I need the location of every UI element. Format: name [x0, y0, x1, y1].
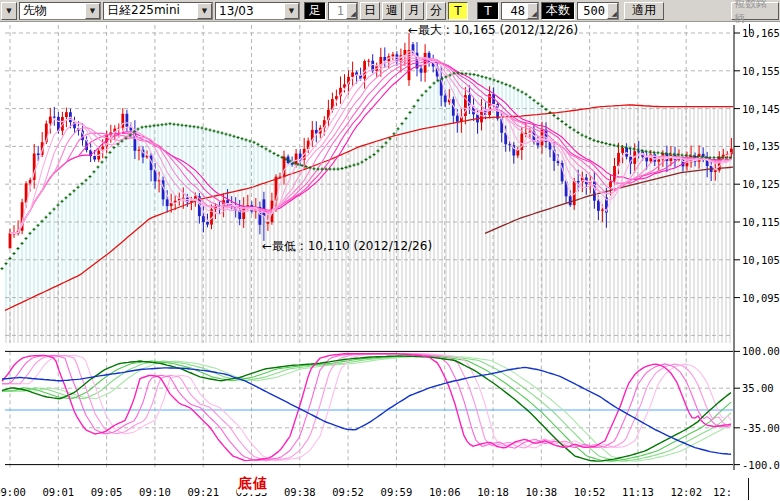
collapsed-combo-arrow-button[interactable]: ▼: [1, 2, 17, 20]
svg-text:11:13: 11:13: [622, 486, 654, 498]
interval-stepper[interactable]: 1 ◢: [328, 2, 358, 20]
contract-month-combobox[interactable]: 13/03 ▼: [215, 2, 300, 20]
svg-text:10:52: 10:52: [574, 486, 606, 498]
svg-text:09:05: 09:05: [91, 486, 123, 498]
chart-panel: 10,16510,15510,14510,13510,12510,11510,1…: [0, 0, 780, 501]
bar-count-value: 500: [578, 4, 607, 18]
svg-text:10,115: 10,115: [742, 216, 780, 228]
svg-text:35.00: 35.00: [742, 382, 774, 394]
price-chart-canvas: 10,16510,15510,14510,13510,12510,11510,1…: [0, 0, 780, 501]
period-week-button[interactable]: 週: [382, 2, 402, 20]
category-combobox-value: 先物: [20, 2, 85, 19]
svg-text:10,095: 10,095: [742, 292, 780, 304]
svg-text:10,125: 10,125: [742, 178, 780, 190]
svg-text:09:38: 09:38: [284, 486, 316, 498]
svg-text:09:10: 09:10: [139, 486, 171, 498]
svg-text:10,135: 10,135: [742, 140, 780, 152]
interval-value: 1: [329, 4, 346, 18]
svg-text:12:02: 12:02: [670, 486, 702, 498]
svg-text:10,145: 10,145: [742, 103, 780, 115]
svg-text:←最低 : 10,110 (2012/12/26): ←最低 : 10,110 (2012/12/26): [262, 239, 432, 253]
tick-size-stepper[interactable]: 48 ◢: [501, 2, 539, 20]
svg-text:-100.00: -100.00: [742, 459, 780, 471]
multi-symbol-button[interactable]: 複数銘柄: [731, 2, 779, 20]
toolbar: ▼ 先物 ▼ 日経225mini ▼ 13/03 ▼ 足 1 ◢ 日 週 月 分…: [0, 0, 780, 22]
svg-text:10:38: 10:38: [525, 486, 557, 498]
tick-size-button[interactable]: T: [477, 2, 499, 20]
symbol-combobox-value: 日経225mini: [104, 2, 197, 19]
chevron-down-icon[interactable]: ▼: [197, 3, 212, 19]
contract-month-value: 13/03: [216, 4, 284, 18]
svg-text:09:21: 09:21: [187, 486, 219, 498]
symbol-combobox[interactable]: 日経225mini ▼: [103, 2, 213, 20]
spinner-icon[interactable]: ◢: [527, 3, 538, 19]
spinner-icon[interactable]: ◢: [607, 3, 618, 19]
period-day-button[interactable]: 日: [360, 2, 380, 20]
chevron-down-icon: ▼: [6, 7, 11, 15]
svg-text:09:59: 09:59: [381, 486, 413, 498]
chevron-down-icon[interactable]: ▼: [284, 3, 299, 19]
svg-text:09:01: 09:01: [42, 486, 74, 498]
bar-type-button[interactable]: 足: [304, 2, 326, 20]
bottom-price-label: 底値: [237, 475, 269, 493]
period-minute-button[interactable]: 分: [426, 2, 446, 20]
svg-text:09:52: 09:52: [332, 486, 364, 498]
category-combobox[interactable]: 先物 ▼: [19, 2, 101, 20]
svg-text:←最大 : 10,165 (2012/12/26): ←最大 : 10,165 (2012/12/26): [408, 23, 578, 37]
period-month-button[interactable]: 月: [404, 2, 424, 20]
bar-count-button[interactable]: 本数: [541, 2, 575, 20]
svg-text:-35.00: -35.00: [742, 422, 780, 434]
bar-count-stepper[interactable]: 500 ◢: [577, 2, 619, 20]
period-tick-button-active[interactable]: T: [448, 2, 468, 20]
chevron-down-icon[interactable]: ▼: [85, 3, 100, 19]
svg-text:10,165: 10,165: [742, 27, 780, 39]
svg-text:10:06: 10:06: [429, 486, 461, 498]
svg-text:10,155: 10,155: [742, 65, 780, 77]
svg-text:10:18: 10:18: [477, 486, 509, 498]
tick-size-value: 48: [502, 4, 527, 18]
svg-text:100.00: 100.00: [742, 345, 780, 357]
apply-button[interactable]: 適用: [624, 2, 664, 20]
svg-text:12:: 12:: [713, 486, 732, 498]
svg-text:10,105: 10,105: [742, 254, 780, 266]
svg-text:09:00: 09:00: [0, 486, 26, 498]
spinner-icon[interactable]: ◢: [346, 3, 357, 19]
